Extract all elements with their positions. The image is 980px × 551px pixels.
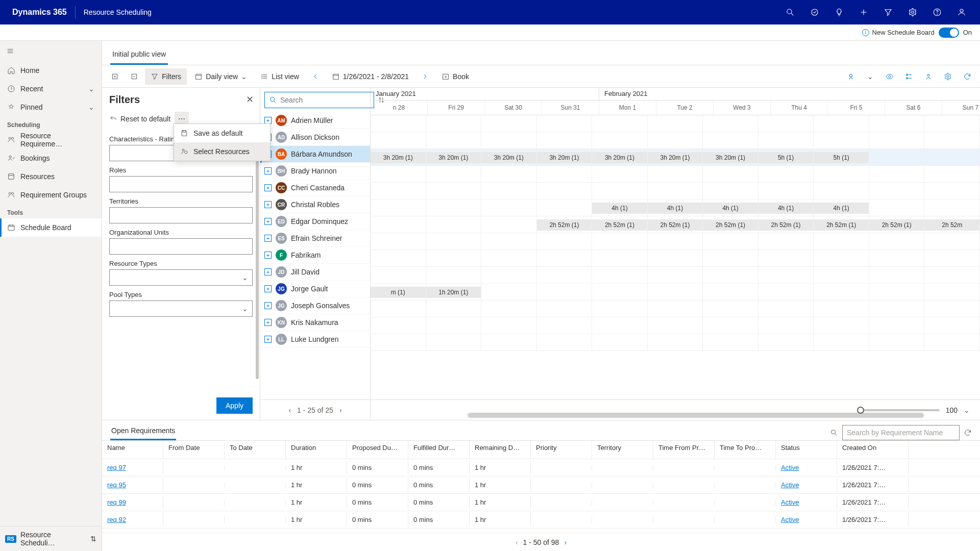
timeline-cell[interactable] bbox=[814, 317, 869, 334]
legend-icon[interactable] bbox=[900, 68, 918, 85]
timeline-cell[interactable]: 3h 20m (1) bbox=[481, 149, 537, 166]
booking-block[interactable]: 3h 20m (1) bbox=[537, 152, 592, 163]
timeline-cell[interactable] bbox=[371, 183, 426, 199]
status-link[interactable]: Active bbox=[781, 498, 799, 506]
booking-block[interactable]: 3h 20m (1) bbox=[592, 152, 647, 163]
col-created[interactable]: Created On bbox=[837, 441, 909, 459]
timeline-cell[interactable] bbox=[869, 115, 925, 132]
pool-types-select[interactable] bbox=[109, 300, 253, 317]
requirement-link[interactable]: req 99 bbox=[107, 498, 126, 506]
timeline-cell[interactable] bbox=[426, 132, 482, 149]
timeline-cell[interactable] bbox=[758, 115, 814, 132]
booking-block[interactable]: 2h 52m (1) bbox=[648, 219, 703, 231]
resource-row[interactable]: +KNKris Nakamura bbox=[260, 314, 370, 331]
expand-icon[interactable]: + bbox=[264, 302, 272, 309]
timeline-cell[interactable] bbox=[703, 233, 758, 250]
timeline-cell[interactable] bbox=[814, 334, 869, 351]
timeline-cell[interactable] bbox=[481, 115, 537, 132]
timeline-row[interactable]: m (1)1h 20m (1) bbox=[371, 284, 980, 300]
timeline-cell[interactable] bbox=[537, 115, 593, 132]
timeline-cell[interactable] bbox=[924, 149, 980, 166]
timeline-cell[interactable] bbox=[426, 216, 482, 233]
timeline-cell[interactable] bbox=[481, 166, 537, 183]
timeline-cell[interactable] bbox=[814, 115, 869, 132]
timeline-cell[interactable] bbox=[924, 115, 980, 132]
refresh-icon[interactable] bbox=[964, 429, 972, 437]
timeline-cell[interactable] bbox=[481, 300, 537, 317]
resource-row[interactable]: +EDEdgar Dominquez bbox=[260, 213, 370, 230]
timeline-cell[interactable] bbox=[537, 132, 593, 149]
timeline-cell[interactable] bbox=[426, 334, 482, 351]
timeline-cell[interactable] bbox=[426, 115, 482, 132]
apply-button[interactable]: Apply bbox=[216, 397, 253, 414]
booking-block[interactable]: 2h 52m (1) bbox=[814, 219, 869, 231]
pager-prev-icon[interactable]: ‹ bbox=[288, 406, 291, 414]
nav-recent[interactable]: Recent bbox=[0, 80, 102, 98]
requirement-link[interactable]: req 92 bbox=[107, 516, 126, 523]
expand-icon[interactable]: + bbox=[264, 201, 272, 208]
resource-search-input[interactable] bbox=[264, 92, 374, 108]
timeline-cell[interactable] bbox=[924, 300, 980, 317]
booking-block[interactable]: 4h (1) bbox=[703, 203, 758, 214]
menu-select-resources[interactable]: Select Resources bbox=[174, 142, 270, 161]
timeline-cell[interactable] bbox=[537, 183, 593, 199]
timeline-day-header[interactable]: Fri 5 bbox=[828, 101, 885, 115]
timeline-cell[interactable] bbox=[371, 250, 426, 267]
requirement-search-input[interactable]: Search by Requirement Name bbox=[842, 425, 960, 440]
timeline-cell[interactable] bbox=[924, 284, 980, 300]
requirement-link[interactable]: req 95 bbox=[107, 481, 126, 489]
timeline-cell[interactable] bbox=[924, 250, 980, 267]
booking-block[interactable]: 5h (1) bbox=[758, 152, 814, 163]
chevron-down-icon[interactable] bbox=[862, 68, 879, 85]
board-settings-icon[interactable] bbox=[939, 68, 957, 85]
timeline-cell[interactable] bbox=[537, 233, 593, 250]
timeline-cell[interactable] bbox=[924, 166, 980, 183]
timeline-row[interactable]: 4h (1)4h (1)4h (1)4h (1)4h (1) bbox=[371, 199, 980, 216]
timeline-cell[interactable] bbox=[371, 317, 426, 334]
nav-resource-requirements[interactable]: Resource Requireme… bbox=[0, 131, 102, 149]
book-button[interactable]: Book bbox=[436, 68, 475, 85]
col-remaining[interactable]: Remaining D… bbox=[470, 441, 531, 459]
date-prev-button[interactable] bbox=[307, 68, 324, 85]
booking-block[interactable]: 2h 52m bbox=[924, 219, 979, 231]
expand-icon[interactable]: + bbox=[264, 336, 272, 343]
timeline-cell[interactable] bbox=[481, 250, 537, 267]
timeline-cell[interactable]: 2h 52m (1) bbox=[537, 216, 593, 233]
timeline-day-header[interactable]: Sun 31 bbox=[542, 101, 599, 115]
filters-scrollbar[interactable] bbox=[256, 139, 259, 379]
timeline-day-header[interactable]: Sat 30 bbox=[485, 101, 542, 115]
profile-icon[interactable] bbox=[949, 0, 974, 24]
timeline-cell[interactable] bbox=[703, 267, 758, 284]
timeline-cell[interactable] bbox=[592, 115, 648, 132]
timeline-cell[interactable] bbox=[758, 166, 814, 183]
reset-to-default-button[interactable]: Reset to default bbox=[109, 115, 170, 123]
refresh-icon[interactable] bbox=[959, 68, 976, 85]
driving-icon[interactable] bbox=[920, 68, 937, 85]
timeline-cell[interactable]: 4h (1) bbox=[648, 199, 703, 216]
timeline-cell[interactable] bbox=[426, 317, 482, 334]
timeline-cell[interactable] bbox=[592, 300, 648, 317]
col-from[interactable]: From Date bbox=[163, 441, 225, 459]
timeline-cell[interactable] bbox=[481, 233, 537, 250]
timeline-row[interactable]: 3h 20m (1)3h 20m (1)3h 20m (1)3h 20m (1)… bbox=[371, 149, 980, 166]
resource-row[interactable]: +FFabrikam bbox=[260, 247, 370, 264]
timeline-cell[interactable] bbox=[592, 284, 648, 300]
timeline-cell[interactable] bbox=[814, 300, 869, 317]
timeline-cell[interactable] bbox=[924, 132, 980, 149]
zoom-slider[interactable] bbox=[858, 409, 940, 411]
timeline-cell[interactable] bbox=[814, 250, 869, 267]
menu-save-default[interactable]: Save as default bbox=[174, 124, 270, 142]
requirement-row[interactable]: req 921 hr0 mins0 mins1 hrActive1/26/202… bbox=[102, 511, 980, 529]
roles-input[interactable] bbox=[109, 176, 253, 192]
col-proposed[interactable]: Proposed Du… bbox=[347, 441, 408, 459]
nav-resources[interactable]: Resources bbox=[0, 167, 102, 186]
timeline-cell[interactable] bbox=[648, 166, 703, 183]
timeline-cell[interactable] bbox=[648, 300, 703, 317]
timeline-cell[interactable] bbox=[481, 216, 537, 233]
timeline-cell[interactable]: 3h 20m (1) bbox=[648, 149, 703, 166]
timeline-cell[interactable] bbox=[537, 166, 593, 183]
timeline-cell[interactable] bbox=[869, 166, 925, 183]
search-icon[interactable] bbox=[778, 0, 802, 24]
timeline-cell[interactable] bbox=[703, 284, 758, 300]
timeline-cell[interactable] bbox=[758, 284, 814, 300]
